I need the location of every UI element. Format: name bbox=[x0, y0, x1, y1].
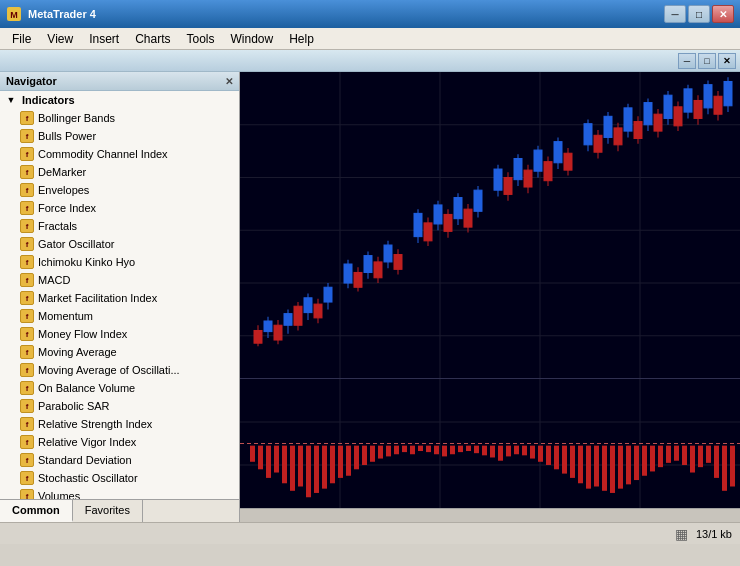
svg-rect-78 bbox=[614, 128, 622, 145]
indicators-section[interactable]: ▼ Indicators bbox=[0, 91, 239, 109]
svg-rect-128 bbox=[410, 446, 415, 455]
svg-rect-149 bbox=[578, 446, 583, 484]
list-item[interactable]: f Volumes bbox=[0, 487, 239, 499]
sub-window-controls[interactable]: ─ □ ✕ bbox=[678, 53, 736, 69]
svg-rect-111 bbox=[274, 446, 279, 473]
svg-rect-159 bbox=[658, 446, 663, 468]
expand-icon: ▼ bbox=[4, 93, 18, 107]
svg-rect-143 bbox=[530, 446, 535, 459]
svg-rect-116 bbox=[314, 446, 319, 493]
svg-rect-152 bbox=[602, 446, 607, 491]
svg-rect-76 bbox=[604, 116, 612, 137]
list-item[interactable]: f Bulls Power bbox=[0, 127, 239, 145]
svg-rect-129 bbox=[418, 446, 423, 451]
list-item[interactable]: f Gator Oscillator bbox=[0, 235, 239, 253]
sub-close-button[interactable]: ✕ bbox=[718, 53, 736, 69]
chart-indicator-panel[interactable] bbox=[240, 378, 740, 508]
chart-main[interactable] bbox=[240, 72, 740, 378]
svg-rect-94 bbox=[694, 100, 702, 118]
svg-rect-126 bbox=[394, 446, 399, 455]
svg-rect-146 bbox=[554, 446, 559, 470]
svg-rect-145 bbox=[546, 446, 551, 465]
svg-rect-20 bbox=[284, 314, 292, 326]
horizontal-scrollbar[interactable] bbox=[240, 508, 740, 522]
list-item[interactable]: f Bollinger Bands bbox=[0, 109, 239, 127]
svg-rect-34 bbox=[364, 256, 372, 273]
window-controls[interactable]: ─ □ ✕ bbox=[664, 5, 734, 23]
indicator-icon: f bbox=[20, 435, 34, 449]
svg-rect-46 bbox=[434, 205, 442, 224]
svg-rect-114 bbox=[298, 446, 303, 487]
svg-rect-138 bbox=[490, 446, 495, 458]
sub-maximize-button[interactable]: □ bbox=[698, 53, 716, 69]
svg-rect-58 bbox=[504, 178, 512, 195]
chart-area[interactable] bbox=[240, 72, 740, 522]
indicator-icon: f bbox=[20, 183, 34, 197]
svg-rect-60 bbox=[514, 159, 522, 180]
navigator-header: Navigator ✕ bbox=[0, 72, 239, 91]
navigator-list[interactable]: ▼ Indicators f Bollinger Bands f Bulls P… bbox=[0, 91, 239, 499]
close-button[interactable]: ✕ bbox=[712, 5, 734, 23]
indicator-icon: f bbox=[20, 291, 34, 305]
svg-rect-136 bbox=[474, 446, 479, 454]
zoom-icon: ▦ bbox=[675, 526, 688, 542]
svg-rect-92 bbox=[684, 89, 692, 112]
svg-rect-14 bbox=[254, 331, 262, 344]
list-item[interactable]: f Money Flow Index bbox=[0, 325, 239, 343]
list-item[interactable]: f Stochastic Oscillator bbox=[0, 469, 239, 487]
tab-common[interactable]: Common bbox=[0, 500, 73, 522]
svg-rect-56 bbox=[494, 169, 502, 190]
menu-charts[interactable]: Charts bbox=[127, 30, 178, 48]
svg-rect-166 bbox=[714, 446, 719, 478]
list-item[interactable]: f Market Facilitation Index bbox=[0, 289, 239, 307]
indicator-icon: f bbox=[20, 471, 34, 485]
svg-rect-133 bbox=[450, 446, 455, 455]
menu-file[interactable]: File bbox=[4, 30, 39, 48]
svg-rect-48 bbox=[444, 214, 452, 231]
menu-tools[interactable]: Tools bbox=[179, 30, 223, 48]
svg-rect-134 bbox=[458, 446, 463, 452]
svg-rect-155 bbox=[626, 446, 631, 485]
list-item[interactable]: f DeMarker bbox=[0, 163, 239, 181]
list-item[interactable]: f Envelopes bbox=[0, 181, 239, 199]
svg-rect-135 bbox=[466, 446, 471, 451]
tab-favorites[interactable]: Favorites bbox=[73, 500, 143, 522]
svg-rect-115 bbox=[306, 446, 311, 498]
list-item[interactable]: f MACD bbox=[0, 271, 239, 289]
list-item[interactable]: f Relative Strength Index bbox=[0, 415, 239, 433]
svg-rect-131 bbox=[434, 446, 439, 455]
list-item[interactable]: f Moving Average bbox=[0, 343, 239, 361]
svg-rect-36 bbox=[374, 262, 382, 278]
list-item[interactable]: f Relative Vigor Index bbox=[0, 433, 239, 451]
list-item[interactable]: f Momentum bbox=[0, 307, 239, 325]
minimize-button[interactable]: ─ bbox=[664, 5, 686, 23]
svg-rect-30 bbox=[344, 264, 352, 283]
list-item[interactable]: f Standard Deviation bbox=[0, 451, 239, 469]
list-item[interactable]: f Fractals bbox=[0, 217, 239, 235]
menu-view[interactable]: View bbox=[39, 30, 81, 48]
svg-rect-127 bbox=[402, 446, 407, 452]
list-item[interactable]: f Force Index bbox=[0, 199, 239, 217]
svg-rect-162 bbox=[682, 446, 687, 465]
navigator-tabs: Common Favorites bbox=[0, 499, 239, 522]
indicator-icon: f bbox=[20, 255, 34, 269]
maximize-button[interactable]: □ bbox=[688, 5, 710, 23]
svg-rect-121 bbox=[354, 446, 359, 470]
menu-insert[interactable]: Insert bbox=[81, 30, 127, 48]
menu-help[interactable]: Help bbox=[281, 30, 322, 48]
list-item[interactable]: f On Balance Volume bbox=[0, 379, 239, 397]
candlestick-chart[interactable] bbox=[240, 72, 740, 378]
list-item[interactable]: f Parabolic SAR bbox=[0, 397, 239, 415]
svg-rect-153 bbox=[610, 446, 615, 493]
status-bar: ▦ 13/1 kb bbox=[0, 522, 740, 544]
navigator-close-button[interactable]: ✕ bbox=[225, 76, 233, 87]
svg-rect-148 bbox=[570, 446, 575, 478]
list-item[interactable]: f Ichimoku Kinko Hyo bbox=[0, 253, 239, 271]
svg-rect-88 bbox=[664, 95, 672, 118]
list-item[interactable]: f Moving Average of Oscillati... bbox=[0, 361, 239, 379]
menu-window[interactable]: Window bbox=[223, 30, 282, 48]
sub-minimize-button[interactable]: ─ bbox=[678, 53, 696, 69]
svg-rect-28 bbox=[324, 287, 332, 302]
list-item[interactable]: f Commodity Channel Index bbox=[0, 145, 239, 163]
svg-rect-122 bbox=[362, 446, 367, 465]
